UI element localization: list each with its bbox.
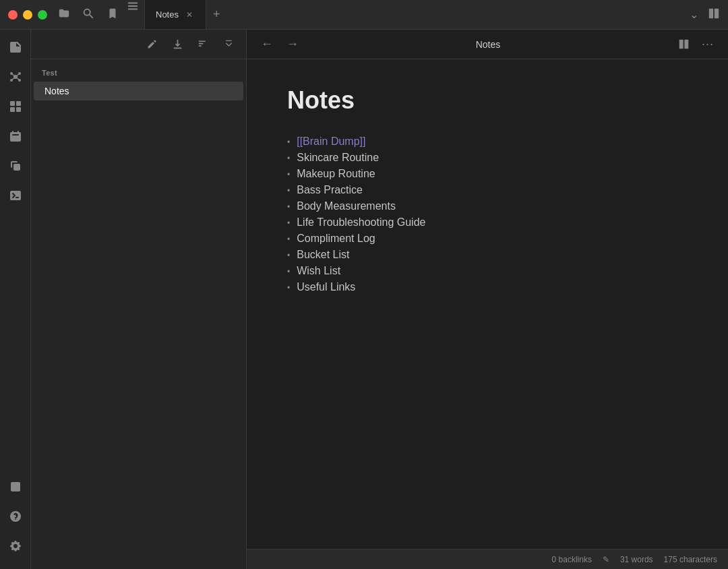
editor-list: •[[Brain Dump]]•Skincare Routine•Makeup … [287, 133, 688, 295]
bullet-icon: • [287, 267, 290, 276]
svg-rect-0 [128, 3, 138, 4]
chevron-down-icon[interactable]: ⌄ [690, 8, 698, 21]
list-item: •Bass Practice [287, 182, 688, 198]
tab-label: Notes [156, 9, 179, 20]
svg-rect-1 [128, 5, 138, 7]
bullet-icon: • [287, 235, 290, 244]
add-tab-button[interactable]: + [206, 0, 227, 29]
words-label: 31 words [620, 555, 653, 564]
content-area: ← → Notes ··· Notes •[[Brain Dump]]•Skin… [247, 30, 728, 569]
list-item-label: Compliment Log [297, 233, 375, 245]
pencil-icon: ✎ [603, 555, 609, 564]
copy-icon[interactable] [3, 154, 28, 178]
svg-rect-20 [679, 40, 683, 49]
bullet-icon: • [287, 138, 290, 147]
files-icon[interactable] [3, 35, 28, 59]
svg-rect-17 [16, 107, 21, 112]
back-button[interactable]: ← [257, 35, 276, 54]
list-item-label: Skincare Routine [297, 152, 379, 164]
sidebar-item-notes[interactable]: Notes [34, 82, 243, 100]
svg-rect-3 [709, 8, 713, 18]
content-toolbar-right: ··· [674, 35, 717, 54]
edit-icon-status: ✎ [603, 555, 609, 564]
list-item-label: Life Troubleshooting Guide [297, 216, 425, 229]
list-item[interactable]: •[[Brain Dump]] [287, 133, 688, 150]
content-toolbar: ← → Notes ··· [247, 30, 728, 59]
list-item-label: Bucket List [297, 249, 349, 261]
more-options-icon[interactable]: ··· [698, 35, 717, 54]
characters-label: 175 characters [664, 555, 717, 564]
list-item: •Wish List [287, 263, 688, 279]
list-item-label[interactable]: [[Brain Dump]] [297, 136, 365, 148]
list-item: •Makeup Routine [287, 166, 688, 182]
editor: Notes •[[Brain Dump]]•Skincare Routine•M… [247, 59, 728, 549]
bullet-icon: • [287, 202, 290, 212]
bullet-icon: • [287, 283, 290, 293]
list-item: •Bucket List [287, 247, 688, 263]
import-icon[interactable] [168, 35, 187, 54]
sidebar-toggle-icon[interactable] [127, 0, 139, 29]
sort-icon[interactable] [193, 35, 212, 54]
sidebar-content: Test Notes [31, 59, 246, 569]
traffic-lights [8, 10, 47, 20]
editor-heading: Notes [287, 86, 688, 115]
svg-rect-21 [684, 40, 688, 49]
vault-icon[interactable] [3, 475, 28, 499]
backlinks-status[interactable]: 0 backlinks [552, 555, 592, 564]
graph-icon[interactable] [3, 65, 28, 89]
minimize-button[interactable] [23, 10, 32, 20]
svg-rect-14 [10, 101, 15, 106]
content-title: Notes [309, 39, 667, 50]
status-bar: 0 backlinks ✎ 31 words 175 characters [247, 549, 728, 569]
titlebar: Notes ✕ + ⌄ [0, 0, 728, 30]
list-item: •Skincare Routine [287, 150, 688, 166]
list-item-label: Wish List [297, 265, 340, 277]
bullet-icon: • [287, 186, 290, 196]
words-status: 31 words [620, 555, 653, 564]
notes-tab[interactable]: Notes ✕ [144, 0, 206, 29]
svg-rect-15 [16, 101, 21, 106]
settings-icon[interactable] [3, 534, 28, 558]
main-layout: Test Notes ← → Notes ··· Notes •[[Brain … [0, 30, 728, 569]
split-editor-icon[interactable] [674, 35, 693, 54]
activity-bar [0, 30, 31, 569]
bullet-icon: • [287, 154, 290, 163]
titlebar-icons [58, 7, 119, 22]
bullet-icon: • [287, 218, 290, 228]
characters-status: 175 characters [664, 555, 717, 564]
sidebar-group-label: Test [31, 65, 246, 81]
terminal-icon[interactable] [3, 183, 28, 208]
calendar-icon[interactable] [3, 124, 28, 148]
list-item-label: Makeup Routine [297, 168, 375, 180]
sidebar: Test Notes [31, 30, 247, 569]
activity-bar-bottom [3, 475, 28, 558]
list-item-label: Bass Practice [297, 184, 363, 196]
titlebar-right: ⌄ [690, 7, 720, 22]
close-button[interactable] [8, 10, 18, 20]
folder-icon[interactable] [58, 7, 70, 22]
list-item-label: Useful Links [297, 281, 355, 293]
svg-rect-16 [10, 107, 15, 112]
activity-bar-top [3, 35, 28, 475]
help-icon[interactable] [3, 504, 28, 529]
list-item: •Body Measurements [287, 198, 688, 214]
tab-close-button[interactable]: ✕ [184, 9, 195, 20]
backlinks-label: 0 backlinks [552, 555, 592, 564]
bookmark-icon[interactable] [107, 7, 119, 22]
maximize-button[interactable] [38, 10, 47, 20]
split-view-icon[interactable] [708, 7, 720, 22]
list-item: •Useful Links [287, 279, 688, 295]
sidebar-toolbar [31, 30, 246, 59]
new-note-icon[interactable] [142, 35, 161, 54]
grid-icon[interactable] [3, 94, 28, 119]
forward-button[interactable]: → [283, 35, 302, 54]
svg-rect-4 [715, 8, 719, 18]
svg-rect-2 [128, 9, 138, 10]
list-item-label: Body Measurements [297, 200, 396, 212]
search-icon[interactable] [82, 7, 94, 22]
list-item: •Life Troubleshooting Guide [287, 214, 688, 231]
collapse-icon[interactable] [219, 35, 238, 54]
tabs-container: Notes ✕ + [127, 0, 690, 29]
bullet-icon: • [287, 170, 290, 179]
list-item: •Compliment Log [287, 231, 688, 247]
